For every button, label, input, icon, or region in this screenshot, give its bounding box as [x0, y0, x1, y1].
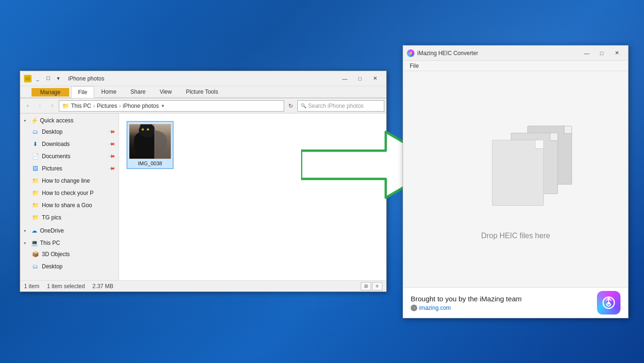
desktop-pc-label: Desktop: [42, 263, 63, 270]
address-bar[interactable]: 📁 This PC › Pictures › iPhone photos ▼: [59, 100, 284, 112]
status-info: 1 item 1 item selected 2.37 MB: [24, 283, 113, 290]
imazing-app-badge: [597, 291, 620, 315]
desktop-label: Desktop: [42, 129, 63, 135]
manage-tab[interactable]: Manage: [32, 88, 69, 97]
imazing-window-controls: — □ ✕: [579, 46, 624, 61]
toolbar-btn-2[interactable]: ☐: [44, 74, 52, 83]
onedrive-chevron: ▾: [24, 229, 29, 233]
imazing-footer: Brought to you by the iMazing team → ima…: [403, 287, 628, 318]
desktop-pin-icon: 📌: [109, 129, 116, 136]
maximize-button[interactable]: □: [352, 71, 367, 86]
doc-stack: [469, 119, 563, 222]
sidebar-item-desktop[interactable]: 🗂 Desktop 📌: [20, 126, 119, 138]
sidebar: ▾ ⚡ Quick access 🗂 Desktop 📌 ⬇ Downloads…: [20, 113, 119, 280]
search-box[interactable]: 🔍 Search iPhone photos: [297, 100, 384, 112]
imazing-menubar: File: [403, 61, 628, 71]
sidebar-item-how-to-check[interactable]: 📁 How to check your P: [20, 187, 119, 199]
back-button[interactable]: ‹: [22, 100, 33, 112]
imazing-maximize-button[interactable]: □: [594, 46, 609, 61]
file-item-img0038[interactable]: IMG_0038: [127, 121, 174, 169]
downloads-pin-icon: 📌: [109, 141, 116, 148]
sidebar-section-quick-access[interactable]: ▾ ⚡ Quick access: [20, 115, 119, 126]
close-button[interactable]: ✕: [367, 71, 382, 86]
titlebar-left: ⎯ ☐ ▼ iPhone photos: [24, 74, 104, 83]
tab-picture-tools[interactable]: Picture Tools: [179, 86, 225, 97]
how-to-change-icon: 📁: [32, 177, 39, 185]
explorer-window: ⎯ ☐ ▼ iPhone photos — □ ✕ Manage: [20, 71, 387, 292]
up-button[interactable]: ↑: [47, 100, 58, 112]
sidebar-section-thispc[interactable]: ▾ 💻 This PC: [20, 238, 119, 248]
sidebar-item-downloads[interactable]: ⬇ Downloads 📌: [20, 138, 119, 150]
minimize-button[interactable]: —: [337, 71, 352, 86]
explorer-title: iPhone photos: [68, 75, 104, 82]
status-selected: 1 item selected: [47, 283, 85, 290]
desktop-folder-icon: 🗂: [32, 128, 39, 136]
tab-home[interactable]: Home: [94, 86, 123, 97]
footer-title: Brought to you by the iMazing team: [411, 295, 522, 303]
how-to-change-label: How to change line: [42, 177, 90, 184]
search-placeholder: Search iPhone photos: [308, 103, 364, 109]
doc-page-front: [492, 140, 544, 206]
quick-access-icon: ⚡: [31, 117, 38, 124]
view-grid-button[interactable]: ⊞: [361, 282, 371, 290]
how-to-check-label: How to check your P: [42, 190, 94, 196]
how-to-share-icon: 📁: [32, 202, 39, 209]
downloads-folder-icon: ⬇: [32, 140, 39, 148]
imazing-title-left: ⚡ iMazing HEIC Converter: [407, 49, 478, 57]
imazing-close-button[interactable]: ✕: [609, 46, 624, 61]
svg-rect-4: [607, 302, 610, 304]
documents-folder-icon: 📄: [32, 153, 39, 160]
sidebar-item-3d-objects[interactable]: 📦 3D Objects: [20, 248, 119, 260]
view-list-button[interactable]: ≡: [372, 282, 382, 290]
footer-link[interactable]: → imazing.com: [411, 305, 522, 311]
pictures-folder-icon: 🖼: [32, 165, 39, 172]
drop-text: Drop HEIC files here: [481, 232, 550, 240]
status-size: 2.37 MB: [92, 283, 113, 290]
toolbar-btn-3[interactable]: ▼: [54, 74, 63, 83]
quick-access-chevron: ▾: [24, 119, 29, 123]
3d-objects-label: 3D Objects: [42, 251, 70, 258]
status-bar: 1 item 1 item selected 2.37 MB ⊞ ≡: [20, 280, 386, 291]
sidebar-item-how-to-change[interactable]: 📁 How to change line: [20, 175, 119, 187]
thispc-label: This PC: [40, 240, 60, 246]
sidebar-item-tg-pics[interactable]: 📁 TG pics: [20, 211, 119, 224]
documents-pin-icon: 📌: [109, 153, 116, 160]
desktop-pc-icon: 🗂: [32, 263, 39, 270]
refresh-button[interactable]: ↻: [285, 100, 296, 112]
desktop: ⎯ ☐ ▼ iPhone photos — □ ✕ Manage: [0, 0, 644, 363]
imazing-window: ⚡ iMazing HEIC Converter — □ ✕ File: [403, 45, 628, 318]
window-controls: — □ ✕: [337, 71, 382, 86]
onedrive-icon: ☁: [31, 227, 38, 234]
view-buttons: ⊞ ≡: [361, 282, 382, 290]
tab-share[interactable]: Share: [123, 86, 152, 97]
footer-text-area: Brought to you by the iMazing team → ima…: [411, 295, 522, 311]
how-to-check-icon: 📁: [32, 189, 39, 197]
ribbon: Manage File Home Share View Picture Tool…: [20, 86, 386, 98]
address-bar-row: ‹ › ↑ 📁 This PC › Pictures › iPhone phot…: [20, 98, 386, 113]
sidebar-item-desktop-pc[interactable]: 🗂 Desktop: [20, 260, 119, 273]
search-icon: 🔍: [301, 103, 306, 108]
imazing-minimize-button[interactable]: —: [579, 46, 594, 61]
forward-button[interactable]: ›: [34, 100, 46, 112]
thispc-icon: 💻: [31, 239, 38, 247]
address-dropdown-btn[interactable]: ▼: [161, 104, 165, 108]
file-grid: IMG_0038: [123, 117, 382, 173]
onedrive-label: OneDrive: [40, 227, 64, 234]
status-item-count: 1 item: [24, 283, 40, 290]
pictures-pin-icon: 📌: [109, 165, 116, 172]
thispc-chevron: ▾: [24, 241, 29, 245]
folder-icon: [24, 75, 32, 82]
imazing-title-text: iMazing HEIC Converter: [417, 50, 478, 56]
menu-file[interactable]: File: [406, 61, 422, 71]
footer-link-text: imazing.com: [419, 305, 451, 311]
imazing-drop-zone[interactable]: Drop HEIC files here: [403, 71, 628, 287]
toolbar-btn-1[interactable]: ⎯: [33, 74, 42, 83]
tab-file[interactable]: File: [71, 86, 94, 98]
imazing-titlebar: ⚡ iMazing HEIC Converter — □ ✕: [403, 46, 628, 61]
sidebar-item-pictures[interactable]: 🖼 Pictures 📌: [20, 162, 119, 175]
sidebar-item-documents[interactable]: 📄 Documents 📌: [20, 150, 119, 162]
tab-view[interactable]: View: [152, 86, 179, 97]
sidebar-section-onedrive[interactable]: ▾ ☁ OneDrive: [20, 226, 119, 236]
sidebar-item-how-to-share[interactable]: 📁 How to share a Goo: [20, 199, 119, 211]
breadcrumb-folder-icon: 📁: [62, 103, 69, 109]
